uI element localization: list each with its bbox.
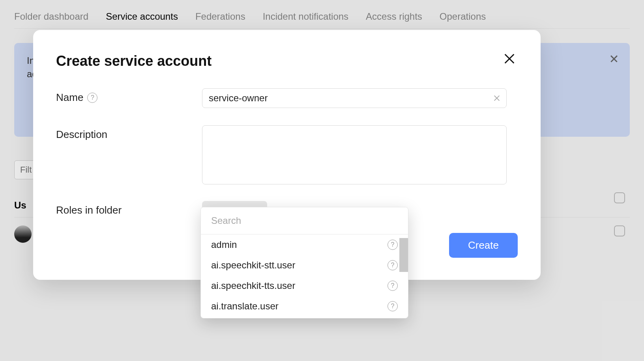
modal-title: Create service account [56, 53, 513, 69]
roles-label-text: Roles in folder [56, 204, 122, 216]
close-icon[interactable] [503, 52, 516, 65]
help-icon[interactable]: ? [87, 93, 97, 103]
role-option-label: ai.translate.user [211, 301, 279, 312]
role-option-speechkit-tts[interactable]: ai.speechkit-tts.user ? [201, 275, 408, 296]
role-option-admin[interactable]: admin ? [201, 234, 408, 255]
description-textarea[interactable] [202, 125, 507, 184]
roles-dropdown-list: admin ? ai.speechkit-stt.user ? ai.speec… [201, 234, 408, 316]
role-option-label: admin [211, 239, 237, 250]
roles-search-input[interactable] [201, 207, 408, 234]
name-label-text: Name [56, 91, 83, 104]
help-icon[interactable]: ? [388, 260, 398, 270]
form-row-name: Name ? [56, 88, 513, 108]
description-label: Description [56, 125, 202, 141]
help-icon[interactable]: ? [388, 281, 398, 291]
role-option-translate[interactable]: ai.translate.user ? [201, 296, 408, 316]
role-option-speechkit-stt[interactable]: ai.speechkit-stt.user ? [201, 255, 408, 275]
roles-label: Roles in folder [56, 201, 202, 216]
role-option-label: ai.speechkit-tts.user [211, 280, 295, 291]
role-option-label: ai.speechkit-stt.user [211, 260, 295, 271]
name-label: Name ? [56, 88, 202, 104]
help-icon[interactable]: ? [388, 301, 398, 311]
dropdown-scrollbar[interactable] [399, 238, 408, 272]
description-label-text: Description [56, 128, 107, 141]
name-input[interactable] [202, 88, 507, 108]
create-button[interactable]: Create [449, 233, 518, 258]
form-row-description: Description [56, 125, 513, 186]
help-icon[interactable]: ? [388, 240, 398, 250]
roles-dropdown: admin ? ai.speechkit-stt.user ? ai.speec… [200, 207, 408, 318]
clear-input-icon[interactable] [492, 94, 501, 102]
